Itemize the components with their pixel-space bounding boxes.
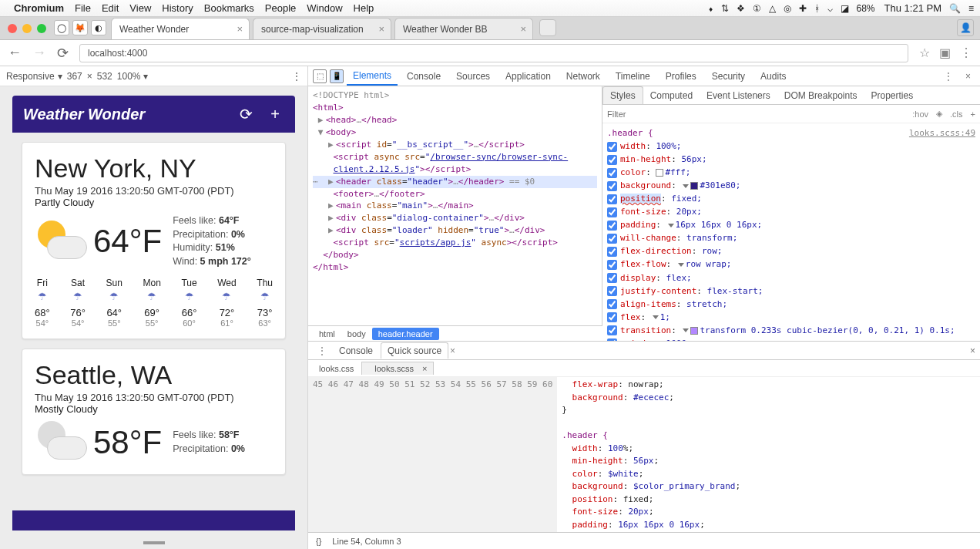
rule-checkbox[interactable] (607, 221, 617, 231)
notifications-icon[interactable]: ≡ (968, 3, 974, 14)
window-maximize-button[interactable] (37, 24, 46, 33)
css-rule[interactable]: will-change: transform; (607, 231, 975, 244)
drawer-tab-close-icon[interactable]: × (450, 345, 455, 356)
1password-icon[interactable]: ① (753, 3, 761, 14)
styles-tab-events[interactable]: Event Listeners (700, 87, 777, 104)
dropbox-icon[interactable]: ⬧ (708, 3, 713, 14)
app-name[interactable]: Chromium (14, 2, 64, 14)
star-icon[interactable]: ☆ (919, 45, 930, 60)
css-rule[interactable]: flex: 1; (607, 311, 975, 324)
device-selector[interactable]: Responsive ▾ (6, 71, 62, 82)
css-rule[interactable]: flex-flow: row wrap; (607, 258, 975, 271)
window-minimize-button[interactable] (22, 24, 32, 33)
panel-elements[interactable]: Elements (347, 67, 398, 86)
pinned-tab-firefox[interactable]: 🦊 (72, 20, 88, 35)
devtools-menu-icon[interactable]: ⋮ (939, 71, 958, 82)
rule-checkbox[interactable] (607, 286, 617, 296)
css-rule[interactable]: display: flex; (607, 271, 975, 285)
window-close-button[interactable] (8, 24, 17, 33)
css-rule[interactable]: position: fixed; (607, 192, 975, 205)
menu-edit[interactable]: Edit (102, 2, 119, 14)
drawer-close-icon[interactable]: × (965, 345, 980, 356)
browser-menu-icon[interactable]: ⋮ (960, 45, 972, 60)
css-rule[interactable]: padding: 16px 16px 0 16px; (607, 218, 975, 231)
menu-icon[interactable]: ❖ (737, 3, 745, 14)
styles-tab-styles[interactable]: Styles (602, 86, 643, 104)
styles-tab-props[interactable]: Properties (864, 87, 920, 104)
css-rule[interactable]: transition: transform 0.233s cubic-bezie… (607, 324, 975, 337)
menu-file[interactable]: File (75, 2, 91, 14)
refresh-icon[interactable]: ⟳ (237, 105, 255, 123)
panel-network[interactable]: Network (560, 68, 606, 85)
drive-icon[interactable]: △ (769, 3, 776, 14)
drawer-tab-quicksource[interactable]: Quick source (381, 342, 448, 359)
menu-history[interactable]: History (162, 2, 193, 14)
cls-toggle[interactable]: .cls (950, 109, 963, 119)
box-model-icon[interactable]: ◈ (936, 109, 942, 119)
panel-security[interactable]: Security (706, 68, 751, 85)
file-tab-scss[interactable]: looks.scss × (361, 362, 434, 375)
drawer-tab-console[interactable]: Console (333, 343, 379, 359)
clock[interactable]: Thu 1:21 PM (884, 2, 941, 14)
resize-handle[interactable] (143, 541, 165, 544)
add-icon[interactable]: + (266, 106, 284, 123)
source-editor[interactable]: 45 46 47 48 49 50 51 52 53 54 55 56 57 5… (308, 377, 980, 532)
rule-checkbox[interactable] (607, 234, 617, 244)
rule-checkbox[interactable] (607, 273, 617, 283)
panel-audits[interactable]: Audits (754, 68, 792, 85)
cast-icon[interactable]: ▣ (939, 45, 951, 60)
styles-tab-dom[interactable]: DOM Breakpoints (777, 87, 864, 104)
rule-checkbox[interactable] (607, 325, 617, 335)
device-mode-icon[interactable]: 📱 (330, 69, 344, 83)
styles-rules[interactable]: looks.scss:49.header { width: 100%;min-h… (602, 123, 980, 341)
menu-people[interactable]: People (265, 2, 296, 14)
pinned-tab-github[interactable]: ◯ (54, 20, 69, 35)
status-braces[interactable]: {} (316, 537, 321, 546)
hov-toggle[interactable]: :hov (912, 109, 928, 119)
rule-checkbox[interactable] (607, 260, 617, 270)
css-rule[interactable]: color: #fff; (607, 166, 975, 179)
battery-icon[interactable]: ◪ (841, 3, 849, 14)
rule-checkbox[interactable] (607, 207, 617, 217)
devtools-close-icon[interactable]: × (961, 71, 975, 82)
device-menu-icon[interactable]: ⋮ (292, 71, 301, 82)
nav-forward-button[interactable]: → (32, 45, 46, 61)
bluetooth-icon[interactable]: ᚼ (814, 3, 820, 14)
device-width-input[interactable]: 367 (67, 71, 82, 82)
panel-console[interactable]: Console (401, 68, 447, 85)
rule-checkbox[interactable] (607, 142, 617, 152)
css-rule[interactable]: align-items: stretch; (607, 298, 975, 311)
crumb-header[interactable]: header.header (372, 328, 439, 340)
rule-checkbox[interactable] (607, 194, 617, 204)
nav-back-button[interactable]: ← (8, 45, 22, 61)
rule-checkbox[interactable] (607, 247, 617, 257)
url-input[interactable]: localhost:4000 (79, 44, 908, 62)
crumb-body[interactable]: body (341, 328, 372, 340)
chrome-icon[interactable]: ◎ (784, 3, 791, 14)
new-rule-icon[interactable]: + (971, 109, 975, 119)
tab-close-icon[interactable]: × (378, 23, 384, 35)
css-rule[interactable]: justify-content: flex-start; (607, 285, 975, 298)
file-tab-css[interactable]: looks.css (313, 362, 360, 375)
search-icon[interactable]: 🔍 (949, 3, 961, 14)
nav-reload-button[interactable]: ⟳ (57, 45, 69, 62)
css-rule[interactable]: flex-direction: row; (607, 244, 975, 258)
css-rule[interactable]: width: 100%; (607, 140, 975, 153)
profile-button[interactable]: 👤 (957, 19, 974, 36)
tab-3[interactable]: Weather Wonder BB× (394, 18, 533, 39)
wifi-icon[interactable]: ⌵ (827, 3, 833, 14)
rule-checkbox[interactable] (607, 168, 617, 178)
tab-close-icon[interactable]: × (237, 23, 243, 35)
pinned-tab-3[interactable]: ◐ (91, 20, 106, 35)
crumb-html[interactable]: html (313, 328, 341, 340)
drawer-menu-icon[interactable]: ⋮ (313, 345, 331, 356)
rule-checkbox[interactable] (607, 312, 617, 322)
extension-icon[interactable]: ✚ (799, 3, 807, 14)
panel-application[interactable]: Application (499, 68, 557, 85)
elements-tree[interactable]: <!DOCTYPE html> <html> ▶<head>…</head> ▼… (308, 86, 602, 325)
tab-close-icon[interactable]: × (520, 23, 526, 35)
menu-help[interactable]: Help (354, 2, 374, 14)
tab-1[interactable]: Weather Wonder× (111, 18, 250, 39)
css-rule[interactable]: font-size: 20px; (607, 205, 975, 218)
menu-bookmarks[interactable]: Bookmarks (204, 2, 254, 14)
